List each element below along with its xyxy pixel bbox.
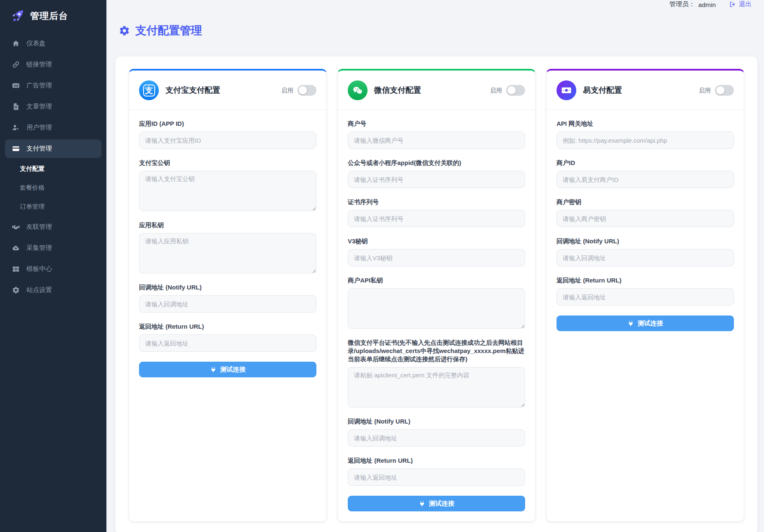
sidebar-item-label: 链接管理: [26, 60, 52, 69]
enable-label: 启用: [490, 87, 502, 94]
field-alipay-public-key: 支付宝公钥: [139, 159, 316, 211]
sidebar-item-site-settings[interactable]: 站点设置: [5, 281, 101, 299]
wechat-mch-id-input[interactable]: [348, 132, 525, 149]
epay-gateway-input[interactable]: [556, 132, 734, 149]
brand: 管理后台: [0, 0, 106, 29]
logout-label: 退出: [739, 0, 752, 9]
sidebar-item-articles[interactable]: 文章管理: [5, 97, 101, 116]
ad-icon: Ad: [12, 82, 20, 90]
logout-button[interactable]: 退出: [729, 0, 752, 9]
sidebar-item-templates[interactable]: 模板中心: [5, 260, 101, 278]
link-icon: [12, 61, 20, 69]
cloud-download-icon: [12, 244, 20, 252]
wechat-cert-serial-input[interactable]: [348, 210, 525, 227]
card-wechat: 微信支付配置启用商户号公众号或者小程序appid(微信支付关联的)证书序列号V3…: [337, 69, 535, 522]
plug-icon: [627, 320, 634, 327]
wechat-enable-toggle[interactable]: [506, 85, 525, 96]
card-title: 微信支付配置: [374, 85, 483, 96]
sidebar-item-links[interactable]: 链接管理: [5, 55, 101, 74]
sidebar: 管理后台 仪表盘链接管理Ad广告管理文章管理用户管理支付管理支付配置套餐价格订单…: [0, 0, 106, 532]
field-label: 商户API私钥: [348, 276, 525, 285]
field-wechat-platform-cert: 微信支付平台证书(先不输入先点击测试连接成功之后去网站根目录/uploads/w…: [348, 339, 525, 407]
wechat-notify-url-input[interactable]: [348, 429, 525, 447]
wechat-v3-key-input[interactable]: [348, 249, 525, 266]
wechat-app-id-input[interactable]: [348, 171, 525, 188]
sidebar-item-label: 订单管理: [20, 203, 45, 211]
page-head: 支付配置管理: [119, 22, 757, 39]
sidebar-item-ads[interactable]: Ad广告管理: [5, 76, 101, 95]
alipay-public-key-textarea[interactable]: [139, 171, 316, 211]
sidebar-item-label: 模板中心: [26, 265, 52, 273]
card-body-alipay: 应用ID (APP ID)支付宝公钥应用私钥回调地址 (Notify URL)返…: [129, 110, 326, 387]
test-connection-label: 测试连接: [429, 499, 455, 508]
gear-icon: [119, 25, 130, 36]
sidebar-nav: 仪表盘链接管理Ad广告管理文章管理用户管理支付管理支付配置套餐价格订单管理友联管…: [0, 29, 106, 304]
field-label: 应用ID (APP ID): [139, 120, 316, 128]
rocket-icon: [11, 9, 24, 23]
enable-wrap: 启用: [490, 85, 525, 96]
enable-label: 启用: [699, 87, 711, 94]
field-wechat-app-id: 公众号或者小程序appid(微信支付关联的): [348, 159, 525, 188]
sidebar-item-label: 套餐价格: [20, 184, 45, 192]
field-label: 公众号或者小程序appid(微信支付关联的): [348, 159, 525, 167]
svg-text:Ad: Ad: [14, 84, 18, 88]
epay-test-connection-button[interactable]: 测试连接: [556, 315, 734, 331]
enable-label: 启用: [281, 87, 293, 94]
sidebar-item-label: 支付管理: [26, 144, 52, 153]
epay-notify-url-input[interactable]: [556, 249, 734, 266]
epay-merchant-id-input[interactable]: [556, 171, 734, 188]
field-label: 返回地址 (Return URL): [348, 457, 525, 465]
field-label: 应用私钥: [139, 221, 316, 229]
field-label: 回调地址 (Notify URL): [348, 417, 525, 426]
field-wechat-return-url: 返回地址 (Return URL): [348, 457, 525, 486]
alipay-test-connection-button[interactable]: 测试连接: [139, 362, 316, 377]
payment-cards: 支支付宝支付配置启用应用ID (APP ID)支付宝公钥应用私钥回调地址 (No…: [129, 69, 744, 522]
sidebar-item-users[interactable]: 用户管理: [5, 118, 101, 137]
card-header-wechat: 微信支付配置启用: [338, 71, 535, 110]
field-label: API 网关地址: [556, 120, 734, 128]
page-title: 支付配置管理: [135, 22, 202, 39]
card-header-epay: 易支付配置启用: [547, 71, 744, 110]
sidebar-item-label: 用户管理: [26, 123, 52, 132]
wechat-platform-cert-textarea[interactable]: [348, 367, 525, 407]
toggle-knob: [716, 86, 724, 94]
users-icon: [12, 124, 20, 132]
credit-card-icon: [12, 145, 20, 153]
sidebar-item-dashboard[interactable]: 仪表盘: [5, 34, 101, 53]
card-title: 易支付配置: [583, 85, 692, 96]
field-alipay-app-id: 应用ID (APP ID): [139, 120, 316, 149]
wechat-test-connection-button[interactable]: 测试连接: [348, 496, 525, 511]
field-wechat-api-private-key: 商户API私钥: [348, 276, 525, 329]
field-epay-merchant-key: 商户密钥: [556, 198, 734, 227]
content-panel: 支支付宝支付配置启用应用ID (APP ID)支付宝公钥应用私钥回调地址 (No…: [116, 56, 757, 532]
sidebar-item-plan-pricing[interactable]: 套餐价格: [5, 179, 101, 196]
epay-merchant-key-input[interactable]: [556, 210, 734, 227]
grid-icon: [12, 265, 20, 273]
gear-icon: [12, 286, 20, 294]
field-label: 商户ID: [556, 159, 734, 167]
sidebar-item-label: 仪表盘: [26, 39, 46, 48]
sidebar-item-payments[interactable]: 支付管理: [5, 139, 101, 158]
test-connection-label: 测试连接: [638, 319, 663, 328]
epay-return-url-input[interactable]: [556, 288, 734, 306]
field-epay-notify-url: 回调地址 (Notify URL): [556, 237, 734, 266]
alipay-return-url-input[interactable]: [139, 334, 316, 352]
sidebar-item-label: 文章管理: [26, 102, 52, 111]
plug-icon: [419, 500, 425, 507]
epay-icon: [556, 80, 576, 100]
sidebar-item-friend-links[interactable]: 友联管理: [5, 218, 101, 236]
sidebar-item-orders[interactable]: 订单管理: [5, 198, 101, 215]
alipay-notify-url-input[interactable]: [139, 295, 316, 313]
epay-enable-toggle[interactable]: [715, 85, 734, 96]
alipay-enable-toggle[interactable]: [297, 85, 316, 96]
field-label: 微信支付平台证书(先不输入先点击测试连接成功之后去网站根目录/uploads/w…: [348, 339, 525, 363]
sidebar-item-payment-config[interactable]: 支付配置: [5, 160, 101, 177]
wechat-return-url-input[interactable]: [348, 468, 525, 486]
wechat-api-private-key-textarea[interactable]: [348, 288, 525, 329]
alipay-private-key-textarea[interactable]: [139, 233, 316, 273]
alipay-app-id-input[interactable]: [139, 132, 316, 149]
sidebar-item-collection[interactable]: 采集管理: [5, 239, 101, 257]
main-area: 管理员： admin 退出 支付配置管理 支支付宝支付配置启用应用ID (APP…: [106, 0, 764, 532]
field-epay-return-url: 返回地址 (Return URL): [556, 276, 734, 306]
field-epay-merchant-id: 商户ID: [556, 159, 734, 188]
